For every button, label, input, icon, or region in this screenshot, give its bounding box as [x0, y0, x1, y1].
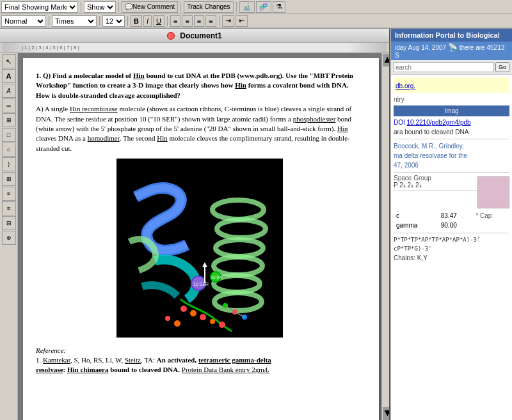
separator5: [49, 16, 49, 26]
pdb-search-btn[interactable]: Go: [495, 62, 509, 72]
oval-tool[interactable]: ○: [2, 143, 16, 157]
align-center-btn[interactable]: ≡: [182, 15, 192, 27]
document-page: 1. Q) Find a molecular model of Hin boun…: [23, 58, 379, 420]
toolbar-row1: Final Showing Markup Show 💬 New Comment …: [0, 0, 512, 14]
markup-mode-select[interactable]: Final Showing Markup: [1, 1, 78, 13]
toolbar-row2: Normal Times 12 B I U ≡ ≡ ≡ ≡ ⇥ ⇤: [0, 14, 512, 28]
separator6: [99, 16, 100, 26]
list-tool[interactable]: ≡: [2, 187, 16, 201]
font-select[interactable]: Times: [52, 15, 97, 27]
pdb-image-label: Imag: [394, 105, 509, 116]
pdb-authors: Boocock, M.R., Grindley,: [394, 141, 509, 151]
arrow-tool[interactable]: ⟩: [2, 157, 16, 171]
divider1: [394, 139, 509, 139]
pdb-header: Information Portal to Biological: [391, 29, 512, 42]
svg-point-11: [219, 322, 225, 328]
cap-note: * Cap: [474, 212, 508, 220]
reference-section: Reference: 1. Kamtekar, S, Ho, RS, Li, W…: [36, 346, 363, 375]
svg-point-10: [210, 319, 215, 324]
structure-thumbnail: [477, 176, 509, 208]
svg-point-7: [180, 306, 187, 312]
pdb-icon-btn3[interactable]: ⚗: [273, 1, 285, 13]
italic-btn[interactable]: I: [143, 15, 152, 27]
divider2: [394, 172, 509, 173]
c-value: 83.47: [440, 212, 474, 220]
pdb-header-text: Information Portal to Biological: [395, 31, 500, 39]
box-tool[interactable]: ⊞: [2, 113, 16, 127]
line-tool[interactable]: ═: [2, 98, 16, 113]
align-right-btn[interactable]: ≡: [194, 15, 204, 27]
underline-btn[interactable]: U: [153, 15, 164, 27]
pdb-panel: Information Portal to Biological iday Au…: [390, 29, 512, 420]
indent-btn[interactable]: ⇥: [222, 15, 234, 27]
doi-label: DOI: [394, 119, 405, 126]
divider4: [394, 233, 509, 233]
pdb-sequence2: cP*TP*G)-3': [394, 244, 509, 253]
pdb-chains: Chains: K,Y: [394, 253, 509, 263]
pdb-doi: DOI 10.2210/pdb2gm4/pdb: [394, 118, 509, 127]
pdb-url-text[interactable]: db.org.: [396, 81, 415, 91]
insert-comment-btn[interactable]: 💬 New Comment: [122, 1, 178, 13]
pdb-icon-btn1[interactable]: 🔬: [239, 1, 255, 13]
scroll-down-btn[interactable]: ▼: [383, 407, 389, 420]
table-tool[interactable]: ⊞: [2, 172, 16, 186]
minus-tool[interactable]: ⊟: [2, 216, 16, 230]
align-left-btn[interactable]: ≡: [170, 15, 180, 27]
gamma-value: 90.00: [440, 221, 474, 229]
comment-icon: 💬: [125, 3, 132, 10]
pdb-subheader: iday Aug 14, 2007 📡 there are 45213 S: [391, 42, 512, 60]
bold-btn[interactable]: B: [131, 15, 142, 27]
ruler-content: | 1 | 2 | 3 | 4 | 5 | 6 | 7 | 8 |: [3, 43, 387, 52]
pdb-search-row: Go: [391, 60, 512, 75]
reference-text: 1. Kamtekar, S, Ho, RS, Li, W, Steitz, T…: [36, 355, 363, 375]
document-scroll[interactable]: 1. Q) Find a molecular model of Hin boun…: [18, 53, 381, 420]
main-container: Document1 | 1 | 2 | 3 | 4 | 5 | 6 | 7 | …: [0, 29, 512, 420]
svg-point-9: [200, 314, 206, 320]
separator8: [167, 16, 168, 26]
document-area: Document1 | 1 | 2 | 3 | 4 | 5 | 6 | 7 | …: [0, 29, 390, 420]
track-changes-btn[interactable]: Track Changes: [184, 1, 233, 13]
para-tool[interactable]: ≡: [2, 201, 16, 215]
style-select[interactable]: Normal: [1, 15, 46, 27]
doi-value[interactable]: 10.2210/pdb2gm4/pdb: [407, 119, 471, 126]
separator2: [118, 2, 119, 12]
pdb-authors2: ma delta resolvase for the: [394, 151, 509, 160]
text-tool-a[interactable]: A: [2, 84, 16, 98]
svg-point-12: [165, 316, 170, 321]
protein-3d-image: 10 SER 20 DA: [116, 159, 283, 338]
text-tool-A[interactable]: A: [2, 69, 16, 83]
svg-text:20 DA: 20 DA: [211, 276, 222, 279]
pdb-structure-name: ara bound to cleaved DNA: [394, 127, 509, 137]
rect-tool[interactable]: □: [2, 128, 16, 142]
pdb-icon-btn2[interactable]: 🧬: [256, 1, 271, 13]
close-button[interactable]: [167, 32, 175, 40]
scroll-track[interactable]: [382, 67, 389, 407]
plus-tool[interactable]: ⊕: [2, 231, 16, 245]
answer-text: A) A single Hin recombinase molecule (sh…: [36, 104, 363, 153]
separator1: [81, 2, 81, 12]
pdb-search-input[interactable]: [394, 62, 494, 72]
gamma-label: gamma: [395, 221, 438, 229]
outdent-btn[interactable]: ⇤: [236, 15, 248, 27]
document-title: Document1: [180, 31, 221, 40]
svg-point-13: [174, 320, 180, 327]
justify-btn[interactable]: ≡: [205, 15, 216, 27]
cursor-tool[interactable]: ↖: [2, 54, 16, 68]
pdb-entry-label: ntry: [394, 95, 509, 104]
separator4: [236, 2, 237, 12]
pdb-sequence1: P*TP*TP*AP*TP*AP*AP*A)-3': [394, 235, 509, 244]
reference-title: Reference:: [36, 346, 363, 355]
document-titlebar: Document1: [0, 29, 389, 43]
c-label: c: [395, 212, 438, 220]
size-select[interactable]: 12: [102, 15, 125, 27]
separator9: [219, 16, 220, 26]
pdb-content: db.org. ntry Imag DOI 10.2210/pdb2gm4/pd…: [391, 75, 512, 420]
pdb-year: 47, 2006: [394, 160, 509, 170]
rss-icon: 📡: [448, 43, 458, 52]
show-select[interactable]: Show: [84, 1, 116, 13]
svg-text:10 SER: 10 SER: [193, 282, 209, 286]
scroll-up-btn[interactable]: ▲: [383, 54, 389, 66]
separator3: [180, 2, 181, 12]
vertical-scrollbar[interactable]: ▲ ▼: [381, 53, 389, 420]
separator7: [127, 16, 128, 26]
